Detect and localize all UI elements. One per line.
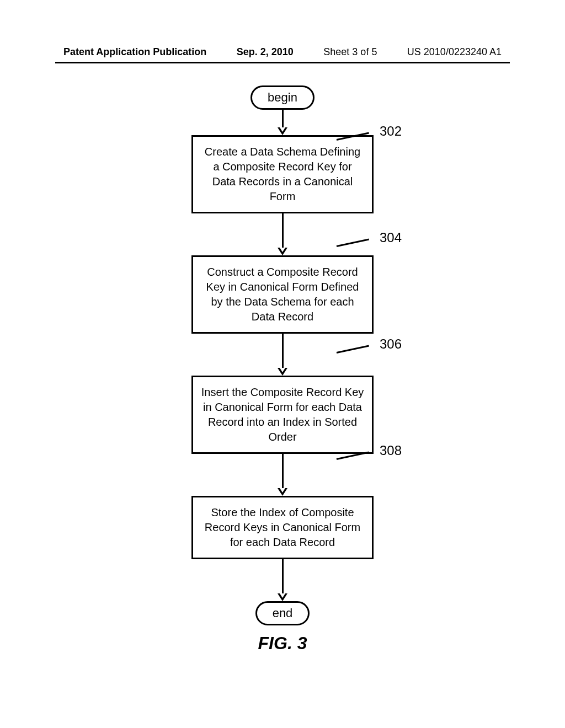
arrow-icon	[278, 213, 287, 255]
process-step-text: Construct a Composite Record Key in Cano…	[206, 266, 359, 323]
ref-number: 306	[380, 336, 402, 352]
arrow-icon	[278, 559, 287, 601]
terminator-begin-label: begin	[268, 90, 297, 104]
header-date: Sep. 2, 2010	[237, 46, 294, 58]
page-header: Patent Application Publication Sep. 2, 2…	[0, 46, 565, 58]
terminator-end-label: end	[273, 606, 293, 620]
terminator-begin: begin	[250, 85, 315, 110]
arrow-icon	[278, 110, 287, 135]
ref-number: 308	[380, 443, 402, 458]
arrow-icon	[278, 454, 287, 496]
arrow-icon	[278, 334, 287, 376]
figure-label: FIG. 3	[258, 633, 307, 654]
process-step: Store the Index of Composite Record Keys…	[191, 496, 374, 559]
process-step: Create a Data Schema Defining a Composit…	[191, 135, 374, 213]
process-step: Insert the Composite Record Key in Canon…	[191, 376, 374, 454]
header-rule	[55, 62, 510, 63]
terminator-end: end	[255, 601, 310, 625]
flowchart: begin Create a Data Schema Defining a Co…	[128, 85, 437, 625]
process-step-text: Create a Data Schema Defining a Composit…	[205, 146, 360, 202]
process-step-text: Store the Index of Composite Record Keys…	[205, 506, 360, 548]
header-pubno: US 2010/0223240 A1	[407, 46, 502, 58]
ref-number: 302	[380, 124, 402, 139]
process-step-text: Insert the Composite Record Key in Canon…	[201, 386, 364, 443]
process-step: Construct a Composite Record Key in Cano…	[191, 255, 374, 334]
header-publication: Patent Application Publication	[63, 46, 206, 58]
ref-number: 304	[380, 230, 402, 245]
header-sheet: Sheet 3 of 5	[323, 46, 377, 58]
